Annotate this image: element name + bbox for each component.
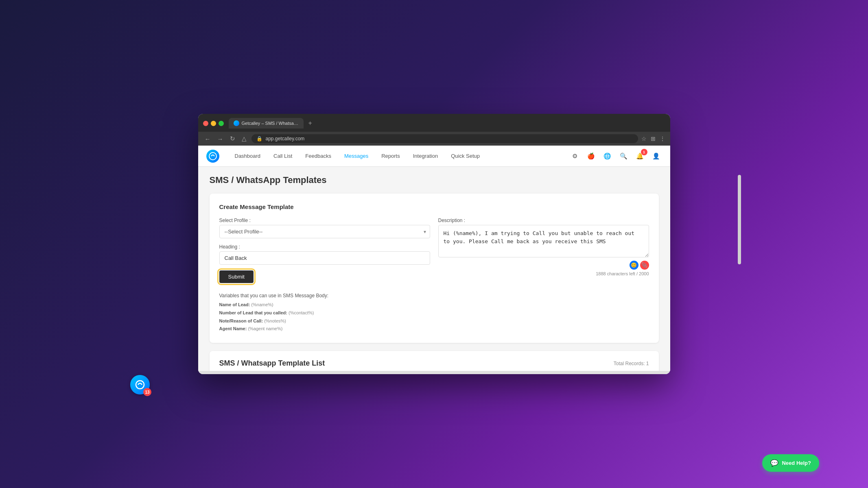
description-group: Description : Hi (%name%), I am trying t… [438,218,649,277]
list-title: SMS / Whatsapp Template List [219,359,325,368]
char-count-display: 1888 characters left / 2000 [596,271,649,276]
logo-icon [206,150,219,163]
select-profile-wrapper: --Select Profile-- [219,225,430,238]
heading-group: Heading : [219,244,430,265]
emoji-icon[interactable]: 😊 [630,261,638,270]
whatsapp-icon: 💬 [770,459,778,467]
tab-favicon [234,120,239,126]
title-bar: Getcalley – SMS / Whatsapp Temp + [198,114,670,132]
heading-input[interactable] [219,251,430,265]
browser-chrome: Getcalley – SMS / Whatsapp Temp + ← → ↻ … [198,114,670,146]
profile-icon[interactable]: 👤 [651,150,662,162]
right-scrollbar[interactable] [738,175,741,264]
minimize-button[interactable] [211,121,216,126]
page-content: SMS / WhatsApp Templates Create Message … [198,167,670,371]
submit-group: Submit [219,270,430,283]
form-layout: Select Profile : --Select Profile-- Head… [219,218,649,333]
svg-point-1 [136,381,144,389]
browser-tab[interactable]: Getcalley – SMS / Whatsapp Temp [229,118,304,129]
globe-icon[interactable]: 🌐 [602,150,613,162]
maximize-button[interactable] [219,121,224,126]
variable-notes: Note/Reason of Call: (%notes%) [219,317,430,325]
select-profile-label: Select Profile : [219,218,430,223]
description-label: Description : [438,218,649,223]
create-template-card: Create Message Template Select Profile :… [210,194,659,343]
variables-title: Variables that you can use in SMS Messag… [219,293,430,298]
close-button[interactable] [203,121,208,126]
form-left-column: Select Profile : --Select Profile-- Head… [219,218,430,333]
page-title: SMS / WhatsApp Templates [210,175,659,185]
search-icon[interactable]: 🔍 [618,150,630,162]
floating-logo: 13 [130,375,150,394]
need-help-label: Need Help? [782,460,811,466]
select-profile-dropdown[interactable]: --Select Profile-- [219,225,430,238]
tab-bar: Getcalley – SMS / Whatsapp Temp + [229,118,665,129]
textarea-footer: 😊 📎 [438,261,649,270]
url-display: app.getcalley.com [266,136,633,142]
nav-call-list[interactable]: Call List [268,150,298,161]
variable-name: Name of Lead: (%name%) [219,301,430,309]
bookmark-icon[interactable]: ☆ [641,135,647,142]
description-textarea[interactable]: Hi (%name%), I am trying to Call you but… [438,225,649,257]
form-right-column: Description : Hi (%name%), I am trying t… [438,218,649,333]
list-header: SMS / Whatsapp Template List Total Recor… [219,359,649,368]
need-help-button[interactable]: 💬 Need Help? [762,454,819,472]
total-records: Total Records: 1 [614,361,649,366]
nav-buttons: ← → ↻ △ [203,134,248,143]
svg-point-0 [209,152,216,160]
nav-quick-setup[interactable]: Quick Setup [445,150,485,161]
nav-links: Dashboard Call List Feedbacks Messages R… [229,150,569,161]
tab-title: Getcalley – SMS / Whatsapp Temp [242,121,299,126]
nav-reports[interactable]: Reports [376,150,406,161]
form-section-title: Create Message Template [219,203,649,210]
heading-label: Heading : [219,244,430,250]
apple-icon[interactable]: 🍎 [586,150,597,162]
notification-badge: 1 [641,149,647,155]
forward-button[interactable]: → [216,135,225,143]
top-nav-icons: ⚙ 🍎 🌐 🔍 🔔 1 👤 [569,150,662,162]
new-tab-button[interactable]: + [306,119,315,128]
app-content: Dashboard Call List Feedbacks Messages R… [198,146,670,371]
nav-dashboard[interactable]: Dashboard [229,150,267,161]
extensions-icon[interactable]: ⊞ [651,135,656,142]
submit-button[interactable]: Submit [219,270,254,283]
variables-section: Variables that you can use in SMS Messag… [219,293,430,333]
attachment-icon[interactable]: 📎 [640,261,649,270]
logo [206,150,219,163]
textarea-icons: 😊 📎 [630,261,649,270]
browser-nav-icons: ☆ ⊞ ⋮ [641,135,665,142]
reload-button[interactable]: ↻ [228,134,237,143]
back-button[interactable]: ← [203,135,212,143]
template-list-card: SMS / Whatsapp Template List Total Recor… [210,351,659,371]
nav-bar: ← → ↻ △ 🔒 app.getcalley.com ☆ ⊞ ⋮ [198,132,670,146]
menu-icon[interactable]: ⋮ [660,135,665,142]
settings-icon[interactable]: ⚙ [569,150,581,162]
variable-contact: Number of Lead that you called: (%contac… [219,309,430,317]
nav-integration[interactable]: Integration [407,150,444,161]
variable-agent-name: Agent Name: (%agent name%) [219,325,430,333]
nav-feedbacks[interactable]: Feedbacks [300,150,337,161]
notification-icon[interactable]: 🔔 1 [634,150,646,162]
traffic-lights [203,121,224,126]
top-nav: Dashboard Call List Feedbacks Messages R… [198,146,670,167]
home-button[interactable]: △ [240,134,248,143]
browser-window: Getcalley – SMS / Whatsapp Temp + ← → ↻ … [198,114,670,374]
nav-messages[interactable]: Messages [339,150,374,161]
bottom-scrollbar [198,371,670,374]
address-bar[interactable]: 🔒 app.getcalley.com [251,134,638,143]
select-profile-group: Select Profile : --Select Profile-- [219,218,430,238]
lock-icon: 🔒 [256,136,262,142]
logo-badge: 13 [143,388,151,396]
